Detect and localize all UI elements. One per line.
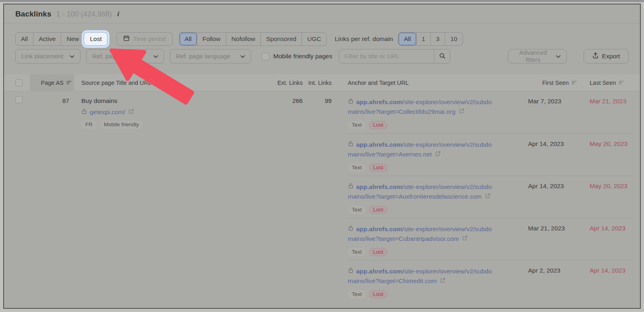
backlinks-table: Page AS Source page Title and URL Ext. L… xyxy=(4,74,640,302)
follow-filter-group: All Follow Nofollow Sponsored UGC xyxy=(179,32,327,46)
first-seen-date: Mar 7, 2023 xyxy=(528,91,588,133)
chevron-down-icon xyxy=(556,53,561,60)
link-type-badge: Text xyxy=(348,290,366,298)
table-row: 87 Buy domains getexpi.com/ FR Mobile fr… xyxy=(4,91,640,133)
external-link-icon[interactable] xyxy=(128,109,134,116)
status-tab-active[interactable]: Active xyxy=(33,33,61,45)
external-link-icon[interactable] xyxy=(462,234,468,244)
anchor-url-link[interactable]: app.ahrefs.com/site-explorer/overview/v2… xyxy=(348,97,518,117)
chevron-down-icon xyxy=(240,53,245,60)
anchor-url-link[interactable]: app.ahrefs.com/site-explorer/overview/v2… xyxy=(348,224,518,244)
source-title: Buy domains xyxy=(81,97,275,105)
last-seen-date: Apr 14, 2023 xyxy=(588,218,632,260)
sort-icon xyxy=(66,80,72,86)
report-header: Backlinks 1 - 100 (424,968) i xyxy=(4,4,640,23)
table-row: app.ahrefs.com/site-explorer/overview/v2… xyxy=(4,218,640,260)
table-row: app.ahrefs.com/site-explorer/overview/v2… xyxy=(4,133,640,176)
first-seen-date: Apr 2, 2023 xyxy=(528,260,588,302)
search-button[interactable] xyxy=(434,49,450,63)
col-header-int-links: Int. Links xyxy=(308,74,348,91)
links-per-domain-group: All 1 3 10 xyxy=(398,32,463,46)
col-header-page-as[interactable]: Page AS xyxy=(30,74,74,91)
status-tab-all[interactable]: All xyxy=(16,33,33,45)
calendar-icon xyxy=(123,35,130,43)
title-url-filter xyxy=(339,49,450,64)
first-seen-date: Apr 14, 2023 xyxy=(528,133,588,176)
lost-badge: Lost xyxy=(369,121,388,129)
follow-tab-follow[interactable]: Follow xyxy=(197,33,226,45)
col-header-ext-links: Ext. Links xyxy=(275,74,308,91)
last-seen-date: Apr 14, 2023 xyxy=(588,260,632,302)
lpd-tab-3[interactable]: 3 xyxy=(430,33,445,45)
external-link-icon[interactable] xyxy=(459,107,464,117)
info-icon[interactable]: i xyxy=(117,10,119,18)
time-period-button[interactable]: Time period xyxy=(116,32,173,46)
lost-badge: Lost xyxy=(369,290,388,298)
col-header-anchor: Anchor and Target URL xyxy=(348,74,528,91)
col-header-first-seen[interactable]: First Seen xyxy=(528,74,588,91)
backlinks-panel: Backlinks 1 - 100 (424,968) i All Active… xyxy=(3,4,641,309)
link-type-badge: Text xyxy=(348,248,366,256)
row-checkbox[interactable] xyxy=(15,96,23,103)
follow-tab-nofollow[interactable]: Nofollow xyxy=(226,33,260,45)
follow-tab-all[interactable]: All xyxy=(180,33,197,45)
lpd-tab-10[interactable]: 10 xyxy=(445,33,462,45)
anchor-url-link[interactable]: app.ahrefs.com/site-explorer/overview/v2… xyxy=(348,140,518,159)
int-links-value: 99 xyxy=(308,91,348,133)
link-type-badge: Text xyxy=(348,206,366,214)
lock-icon xyxy=(348,97,354,107)
ref-page-language-dropdown[interactable]: Ref. page language xyxy=(170,49,251,64)
filter-input[interactable] xyxy=(339,53,434,60)
status-tab-lost[interactable]: Lost xyxy=(84,33,107,45)
first-seen-date: Mar 21, 2023 xyxy=(528,218,588,260)
status-tab-new[interactable]: New xyxy=(61,33,84,45)
link-type-badge: Text xyxy=(348,121,366,129)
lost-badge: Lost xyxy=(369,248,388,256)
mobile-friendly-label: Mobile friendly pages xyxy=(273,53,332,60)
col-header-last-seen[interactable]: Last Seen xyxy=(588,74,632,91)
select-all-checkbox[interactable] xyxy=(15,79,23,86)
table-header-row: Page AS Source page Title and URL Ext. L… xyxy=(4,74,640,91)
page-title: Backlinks xyxy=(15,10,52,18)
follow-tab-sponsored[interactable]: Sponsored xyxy=(260,33,301,45)
source-url-link[interactable]: getexpi.com/ xyxy=(90,109,125,116)
country-badge: FR xyxy=(81,121,97,129)
external-link-icon[interactable] xyxy=(440,276,446,286)
anchor-url-link[interactable]: app.ahrefs.com/site-explorer/overview/v2… xyxy=(348,267,518,286)
last-seen-date: Mar 21, 2023 xyxy=(588,91,632,133)
filter-row-2: Link placement Ref. page platform Ref. p… xyxy=(15,49,629,64)
lpd-tab-1[interactable]: 1 xyxy=(416,33,431,45)
status-filter-group: All Active New Lost xyxy=(15,32,107,46)
page-as-value: 87 xyxy=(30,91,74,133)
results-range: 1 - 100 (424,968) xyxy=(56,10,112,18)
link-placement-dropdown[interactable]: Link placement xyxy=(15,49,80,64)
screenshot-edge-strip xyxy=(0,0,644,2)
external-link-icon[interactable] xyxy=(435,150,441,159)
first-seen-date: Apr 14, 2023 xyxy=(528,176,588,218)
links-per-domain-label: Links per ref. domain xyxy=(335,35,393,43)
lock-icon xyxy=(348,140,354,150)
col-header-source: Source page Title and URL xyxy=(74,74,275,91)
lock-icon xyxy=(348,267,354,276)
ref-page-platform-dropdown[interactable]: Ref. page platform xyxy=(86,49,164,64)
anchor-url-link[interactable]: app.ahrefs.com/site-explorer/overview/v2… xyxy=(348,182,518,201)
mobile-friendly-checkbox[interactable] xyxy=(262,53,269,60)
follow-tab-ugc[interactable]: UGC xyxy=(301,33,326,45)
lpd-tab-all[interactable]: All xyxy=(398,33,416,45)
external-link-icon[interactable] xyxy=(485,192,491,201)
export-button[interactable]: Export xyxy=(584,49,629,64)
table-row: app.ahrefs.com/site-explorer/overview/v2… xyxy=(4,176,640,218)
lock-icon xyxy=(348,224,354,234)
link-type-badge: Text xyxy=(348,164,366,172)
advanced-filters-dropdown[interactable]: Advanced filters xyxy=(508,49,567,64)
mobile-friendly-badge: Mobile friendly xyxy=(100,121,143,129)
search-icon xyxy=(439,53,446,60)
lock-icon xyxy=(348,182,354,192)
lost-badge: Lost xyxy=(369,206,388,214)
chevron-down-icon xyxy=(70,53,74,60)
export-icon xyxy=(592,52,599,60)
sort-icon xyxy=(572,80,577,86)
last-seen-date: May 20, 2023 xyxy=(588,176,632,218)
table-row: app.ahrefs.com/site-explorer/overview/v2… xyxy=(4,260,640,302)
lock-icon xyxy=(81,108,87,116)
